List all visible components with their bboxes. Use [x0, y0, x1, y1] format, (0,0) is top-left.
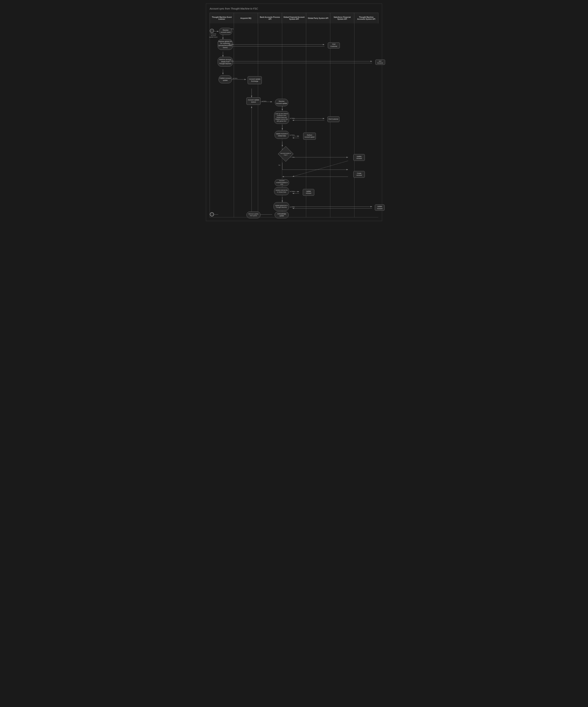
remove-update-from-queue-node: Remove update from queue — [247, 211, 261, 218]
https-label-4: HTTPS — [233, 78, 237, 79]
acknowledge-update-node: Acknowledge update — [274, 211, 289, 218]
update-account-fsc-node: Update Account — [353, 154, 365, 161]
https-label-8: HTTPS — [290, 191, 295, 192]
swimlane-col-5 — [306, 24, 330, 217]
update-account-ext-node: Update Account — [303, 189, 314, 196]
yes-label: Yes — [292, 157, 295, 158]
diagram-body: Financial Account update event HTTPS Rec… — [209, 24, 379, 217]
receive-account-update-node: Receive Account update — [275, 99, 288, 106]
receive-account-event-node: Receive Account event — [219, 28, 232, 35]
start-circle — [210, 29, 214, 33]
external-label: Financial Account update event — [209, 33, 218, 38]
https-label-2: HTTPS — [229, 44, 233, 45]
update-account-tm-node: Update Account — [375, 204, 385, 211]
col-header-5: Global Party System API — [306, 13, 330, 24]
https-label-7: HTTPS — [290, 134, 295, 136]
diagram-title: Account sync from Thought Machine to FSC — [209, 7, 379, 10]
upsert-account-global-node: Upsert Account in Global Data — [274, 131, 289, 139]
swimlane-col-1 — [210, 24, 234, 217]
https-label-9: HTTPS — [290, 206, 295, 208]
create-account-fsc-node: Create Account — [353, 171, 365, 178]
diagram-container: Account sync from Thought Machine to FSC… — [206, 3, 382, 221]
col-header-6: Salesforce Financial System API — [330, 13, 354, 24]
col-header-2: Anypoint MQ — [234, 13, 258, 24]
col-header-3: Bank Accounts Process API — [258, 13, 282, 24]
no-label: No — [279, 164, 280, 166]
swimlane-col-2 — [234, 24, 258, 217]
https-label-6: HTTPS — [290, 117, 295, 119]
swimlane-headers: Thought Machine Event Listener Anypoint … — [209, 13, 379, 24]
col-header-1: Thought Machine Event Listener — [210, 13, 234, 24]
account-update-exchange-node: Account Update Exchange — [248, 76, 262, 84]
swimlane-col-7 — [354, 24, 379, 217]
https-label-3: HTTPS — [229, 60, 233, 62]
get-accounts-node: GET Accounts — [375, 60, 385, 65]
publish-account-update-node: Publish Account update — [219, 75, 232, 83]
find-customer-1-node: Find Customer — [328, 42, 340, 48]
col-header-7: Thought Machine Accounts System API — [354, 13, 379, 24]
https-label-5: HTTPS — [262, 101, 266, 102]
perform-account-upsert-node: Perform Account upsert — [303, 133, 316, 140]
account-update-queue-node: Account Update Queue — [247, 97, 261, 105]
find-customer-2-node: Find Customer — [327, 116, 339, 122]
update-global-ids-node: Update global ids in Thought Machine — [273, 202, 289, 211]
end-circle — [210, 212, 214, 216]
account-created-updated-node: Account created/updated in FSC — [274, 179, 289, 186]
update-external-ids-node: Update external ids in Global Data — [274, 187, 289, 195]
account-exists-label: Account exists in FSC? — [279, 151, 293, 157]
col-header-4: Global Financial Account System API — [282, 13, 306, 24]
lookup-retrieve-node: Look up and retrieve Customer from Globa… — [274, 111, 289, 124]
